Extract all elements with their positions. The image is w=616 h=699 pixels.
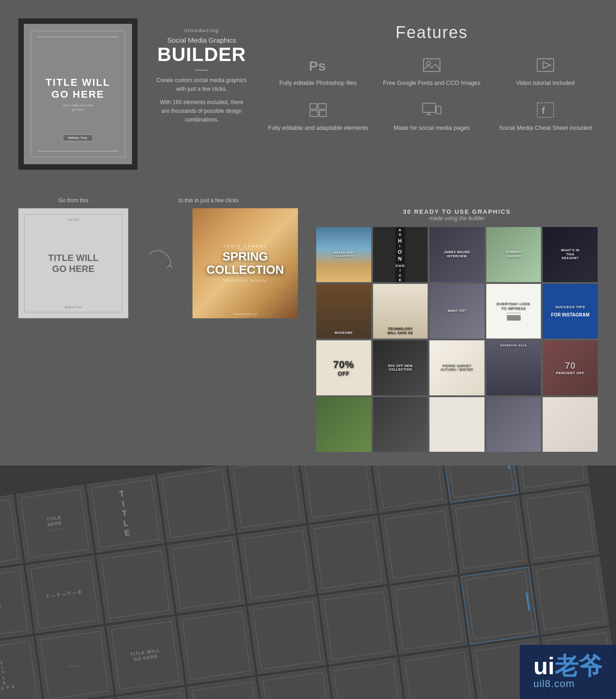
play-icon <box>534 56 557 74</box>
grid-cell-wantvr-text: WANT VR? <box>429 284 484 339</box>
svg-point-2 <box>427 61 430 65</box>
tpl-text-21: TITLE WILLGO HERE <box>130 648 161 663</box>
builder-description-1: Create custom social media graphics with… <box>156 76 248 94</box>
demo-to-label: to this in just a few clicks <box>156 197 261 204</box>
preview-card-top-line <box>38 37 118 37</box>
feature-video-label: Video tutorial included <box>516 79 575 87</box>
after-card-bg: Top line Louis Cabret SPRING COLLECTION … <box>192 208 298 318</box>
demo-arrow <box>147 208 174 272</box>
graphics-extra-row <box>316 397 598 452</box>
tpl-cell-26 <box>461 567 538 644</box>
svg-rect-8 <box>319 111 326 116</box>
tpl-cell-27 <box>531 557 609 634</box>
feature-photoshop-label: Fully editable Photoshop files <box>279 79 357 87</box>
tpl-cell-2: TITLEHERE Subtitle text <box>16 485 94 562</box>
svg-rect-13 <box>537 103 554 117</box>
grid-cell-success: SUCCESS TIPS FOR INSTAGRAM <box>543 284 598 339</box>
svg-rect-10 <box>436 106 441 114</box>
graphics-grid: BRAND NEWCOLLECTION F A S H I O N CHO <box>316 227 598 395</box>
grid-cell-50off: 50% OFF NEWCOLLECTION <box>373 340 428 395</box>
watermark-accent: 老爷 <box>555 653 602 679</box>
fashion-vertical: F A S H I O N CHO I C E S <box>396 227 405 282</box>
after-card-url: www.website.net <box>233 312 257 316</box>
before-card-bottom-bar: Bottom Text <box>19 305 128 309</box>
facebook-icon: f <box>534 101 557 119</box>
builder-description-2: With 160 elements included, there are th… <box>156 98 248 125</box>
feature-video: Video tutorial included <box>493 56 598 87</box>
builder-title: BUILDER <box>156 45 248 64</box>
feature-photoshop: Ps Fully editable Photoshop files <box>266 56 370 87</box>
builder-introducing-label: introducing <box>156 28 248 33</box>
grid-cell-wantvr: WANT VR? <box>429 284 484 339</box>
tpl-cell-23 <box>248 597 326 674</box>
svg-rect-7 <box>310 111 318 116</box>
features-section: Features Ps Fully editable Photoshop fil… <box>266 18 598 132</box>
tpl-cell-19: TITLEH E R E <box>0 637 43 699</box>
grid-cell-70off: 70% OFF <box>316 340 371 395</box>
feature-fonts-label: Free Google Fonts and CCO Images <box>383 79 480 87</box>
before-card: Top Line TITLE WILL GO HERE Bottom Text <box>18 208 128 318</box>
tpl-text-2: TITLEHERE <box>46 515 63 528</box>
tpl-cell-21: TITLE WILLGO HERE <box>107 617 184 694</box>
watermark-main: ui老爷 <box>534 654 602 678</box>
grid-cell-everyday-text: Everyday LookTo Impress <box>486 284 541 339</box>
tpl-cell-3: TITLE <box>87 475 164 553</box>
tpl-text-10: TITLEHERE <box>0 598 2 611</box>
tpl-cell-13 <box>167 536 245 613</box>
grid-cell-summer-text: SUMMERSEASON <box>486 227 541 282</box>
grid-cell-beach-text: BRAND NEWCOLLECTION <box>316 227 371 282</box>
feature-social-label: Made for social media pages <box>394 124 470 132</box>
feature-elements-label: Fully editable and adaptable elements <box>268 124 368 132</box>
tpl-text-3: TITLE <box>118 489 132 539</box>
svg-text:Ps: Ps <box>309 58 326 73</box>
grid-cell-essential-text: Essential Elle <box>486 340 541 395</box>
demo-labels: Go from this to this in just a few click… <box>18 197 598 204</box>
watermark-sub: uil8.com <box>534 678 602 690</box>
tpl-cell-7 <box>370 466 447 513</box>
svg-rect-1 <box>424 59 440 72</box>
features-title: Features <box>266 23 598 42</box>
tpl-text-19: TITLEH E R E <box>0 660 16 692</box>
feature-social: Made for social media pages <box>380 101 484 132</box>
tpl-cell-33 <box>329 658 407 699</box>
preview-card-bottom-line <box>38 151 118 151</box>
features-grid: Ps Fully editable Photoshop files Free G… <box>266 56 598 132</box>
graphics-header-sub: made using the builder <box>316 215 598 222</box>
tpl-text-11: T—T—T—E <box>46 589 84 600</box>
photoshop-icon: Ps <box>307 56 330 74</box>
builder-divider <box>195 70 209 71</box>
grid-cell-whatsin-text: WHAT'S INTHISSEASON? <box>543 227 598 282</box>
grid-cell-summer: SUMMERSEASON <box>486 227 541 282</box>
preview-card-button: Rethink. Feel. <box>63 134 93 141</box>
svg-rect-5 <box>310 104 317 109</box>
tpl-cell-5 <box>228 466 306 533</box>
top-section: TITLE WILL GO HERE Your main text can go… <box>0 0 616 188</box>
demo-row: Top Line TITLE WILL GO HERE Bottom Text … <box>18 208 598 452</box>
watermark-prefix: ui <box>534 653 555 679</box>
preview-card-subtitle: Your main text can go here <box>63 103 93 111</box>
tpl-cell-17 <box>451 496 528 574</box>
image-icon <box>420 56 443 74</box>
tpl-blue-line-1 <box>506 466 510 469</box>
grid-cell-museums-text: MUSEUMS <box>316 284 371 339</box>
after-card-title: SPRING COLLECTION <box>207 250 284 276</box>
grid-cell-pierre: Pierre GarnetAutumn / Winter <box>429 340 484 395</box>
grid-cell-everyday: Everyday LookTo Impress <box>486 284 541 339</box>
svg-rect-9 <box>423 103 435 112</box>
graphics-header: 30 READY TO USE GRAPHICS made using the … <box>316 208 598 222</box>
grid-cell-50off-text: 50% OFF NEWCOLLECTION <box>373 340 428 395</box>
tpl-small-20: Title Here <box>68 664 82 669</box>
middle-section: Go from this to this in just a few click… <box>0 188 616 466</box>
svg-text:f: f <box>542 105 545 116</box>
after-card: Top line Louis Cabret SPRING COLLECTION … <box>192 208 298 318</box>
tpl-cell-20: Title Here <box>36 627 113 699</box>
grid-cell-pierre-text: Pierre GarnetAutumn / Winter <box>429 340 484 395</box>
feature-cheatsheet: f Social Media Cheat Sheet included <box>493 101 598 132</box>
tpl-small-2: Subtitle text <box>47 527 64 533</box>
builder-info: introducing Social Media Graphics BUILDE… <box>156 18 248 124</box>
tpl-cell-14 <box>238 526 316 604</box>
before-card-top-bar: Top Line <box>19 218 128 221</box>
tpl-cell-34 <box>400 648 477 699</box>
tpl-cell-12 <box>97 546 174 623</box>
demo-from-label: Go from this <box>18 197 128 204</box>
